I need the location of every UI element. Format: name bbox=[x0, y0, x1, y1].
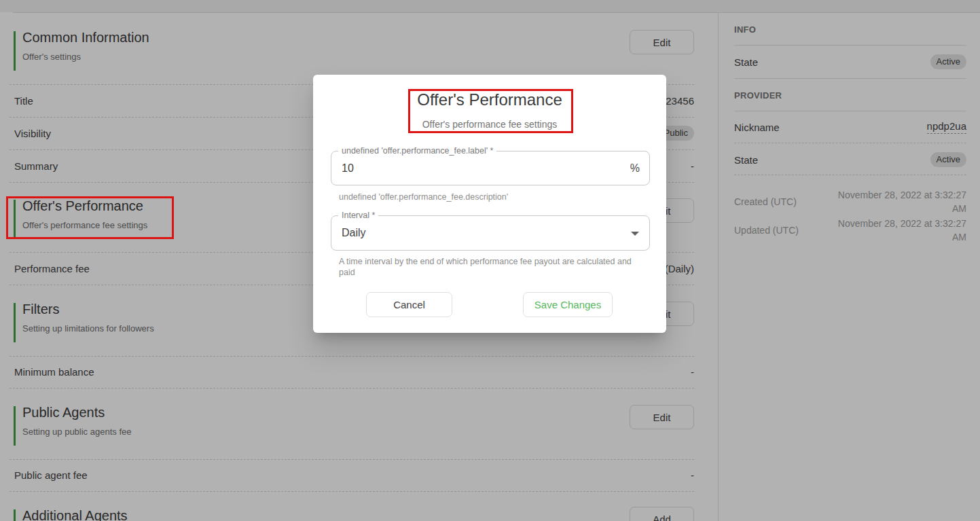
offer-performance-dialog: Offer's Performance Offer's performance … bbox=[313, 75, 666, 333]
save-changes-button[interactable]: Save Changes bbox=[523, 292, 613, 317]
interval-helper-text: A time interval by the end of which perf… bbox=[339, 256, 638, 278]
performance-fee-field: undefined 'offer.performance_fee.label' … bbox=[331, 151, 650, 185]
chevron-down-icon bbox=[631, 232, 639, 236]
performance-fee-input[interactable] bbox=[331, 151, 649, 185]
performance-fee-helper-text: undefined 'offer.performance_fee.descrip… bbox=[339, 192, 508, 202]
interval-select[interactable]: Interval * Daily bbox=[331, 215, 650, 251]
cancel-button[interactable]: Cancel bbox=[366, 292, 452, 317]
interval-selected-value: Daily bbox=[342, 227, 366, 239]
interval-select-label: Interval * bbox=[338, 211, 378, 220]
dialog-subtitle: Offer's performance fee settings bbox=[313, 119, 666, 130]
dialog-title: Offer's Performance bbox=[313, 90, 666, 109]
offer-settings-page: Common Information Offer's settings Edit… bbox=[0, 0, 980, 521]
percent-suffix: % bbox=[630, 162, 640, 175]
